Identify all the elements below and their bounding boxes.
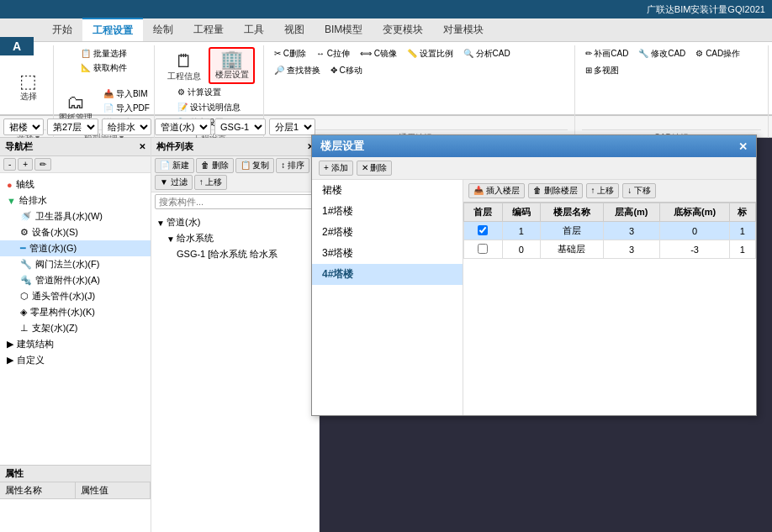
building-qunlou[interactable]: 裙楼 [312,180,463,201]
floor-settings-icon: 🏢 [220,50,243,69]
nav-item-pipe[interactable]: ━ 管道(水)(G) [0,240,151,256]
building-4tower[interactable]: 4#塔楼 [312,264,463,285]
nav-item-sanitary[interactable]: 🚿 卫生器具(水)(W) [0,208,151,224]
tab-tools[interactable]: 工具 [234,18,274,41]
comp-copy-btn[interactable]: 📋 复制 [235,158,275,173]
tab-bim[interactable]: BIM模型 [315,18,373,41]
add-floor-btn[interactable]: + 添加 [319,161,353,176]
batch-select-btn[interactable]: 📋 批量选择 [77,47,130,61]
split-cad-btn[interactable]: 🔍 分析CAD [460,47,514,61]
floor-settings-btn[interactable]: 🏢 楼层设置 [209,47,255,84]
col-code: 编码 [502,203,541,222]
tab-compare[interactable]: 对量模块 [433,18,494,41]
design-notes-btn[interactable]: 📝 设计说明信息 [174,101,244,114]
comp-item-pipe-water[interactable]: ▼ 管道(水) [151,214,319,230]
tab-quantities[interactable]: 工程量 [183,18,234,41]
system-select[interactable]: 给排水 [102,119,151,135]
nav-item-valve[interactable]: 🔧 阀门法兰(水)(F) [0,256,151,272]
floor-1-name[interactable]: 首层 [541,222,603,240]
pick-ref-btn[interactable]: 📐 获取构件 [77,61,130,75]
cad-ops-btn[interactable]: ⚙ CAD操作 [692,47,743,61]
floor-row-0[interactable]: 0 基础层 3 -3 1 [464,240,756,259]
layer-select[interactable]: 分层1 [269,119,315,135]
col-mark: 标 [729,203,755,222]
nav-collapse-btn[interactable]: - [3,158,16,171]
nav-header: 导航栏 ✕ [0,138,151,156]
project-info-btn[interactable]: 🗒 工程信息 [163,50,205,84]
nav-item-pipe-acc[interactable]: 🔩 管道附件(水)(A) [0,272,151,288]
move-down-btn[interactable]: ↓ 下移 [622,183,656,198]
floor-1-height[interactable]: 3 [603,222,660,240]
select-button[interactable]: ⬚ 选择 [12,71,45,104]
nav-expand-btn[interactable]: + [18,158,33,171]
tab-change[interactable]: 变更模块 [373,18,433,41]
modify-cad-btn[interactable]: 🔧 修改CAD [635,47,689,61]
nav-edit-btn[interactable]: ✏ [34,158,51,171]
building-3tower[interactable]: 3#塔楼 [312,243,463,264]
building-2tower[interactable]: 2#塔楼 [312,222,463,243]
comp-select[interactable]: GSG-1 [214,119,266,135]
nav-item-drainage[interactable]: ▼ 给排水 [0,192,151,208]
building-1tower[interactable]: 1#塔楼 [312,201,463,222]
comp-new-btn[interactable]: 📄 新建 [155,158,194,173]
comp-delete-btn[interactable]: 🗑 删除 [196,158,234,173]
dialog-title-bar: 楼层设置 ✕ [312,135,756,157]
find-replace-btn[interactable]: 🔎 查找替换 [271,64,324,77]
floor-0-checkbox[interactable] [464,240,503,259]
select-icon: ⬚ [19,72,37,91]
floor-1-checkbox[interactable] [464,222,503,240]
nav-item-axis[interactable]: ● 轴线 [0,176,151,192]
floor-0-name[interactable]: 基础层 [541,240,603,259]
tab-project-settings[interactable]: 工程设置 [82,18,143,41]
dialog-title-text: 楼层设置 [320,139,364,154]
tab-view[interactable]: 视图 [274,18,315,41]
props-title: 属性 [0,466,151,482]
import-bim-btn[interactable]: 📥 导入BIM [100,87,153,101]
comp-filter-btn[interactable]: ▼ 过滤 [155,175,193,190]
set-scale-btn[interactable]: 📏 设置比例 [404,47,457,61]
building-list: 裙楼 1#塔楼 2#塔楼 3#塔楼 4#塔楼 [312,180,463,415]
comp-item-gsg1[interactable]: GSG-1 [给水系统 给水系 [151,246,319,262]
floor-1-base[interactable]: 0 [660,222,729,240]
nav-tree: ● 轴线 ▼ 给排水 🚿 卫生器具(水)(W) ⚙ 设备(水)(S) ━ [0,173,151,465]
move-up-btn[interactable]: ↑ 上移 [586,183,620,198]
nav-item-fitting[interactable]: ⬡ 通头管件(水)(J) [0,288,151,304]
comp-item-water-supply[interactable]: ▼ 给水系统 [151,230,319,246]
nav-close[interactable]: ✕ [139,142,145,151]
nav-item-structure[interactable]: ▶ 建筑结构 [0,336,151,352]
floor-0-base[interactable]: -3 [660,240,729,259]
import-pdf-btn[interactable]: 📄 导入PDF [100,102,153,115]
floor-select[interactable]: 第27层 [47,119,98,135]
comp-panel: 构件列表 ✕ 📄 新建 🗑 删除 📋 复制 ↕ 排序 ▼ 过滤 ↑ 上移 ▼ 管… [151,138,320,532]
comp-up-btn[interactable]: ↑ 上移 [194,175,228,190]
c-delete-btn[interactable]: ✂ C删除 [271,47,309,61]
multiview-btn[interactable]: ⊞ 多视图 [582,64,623,77]
delete-floor-btn[interactable]: ✕ 删除 [357,161,393,176]
c-stretch-btn[interactable]: ↔ C拉伸 [313,47,353,61]
dialog-close-btn[interactable]: ✕ [738,140,748,153]
comp-tree: ▼ 管道(水) ▼ 给水系统 GSG-1 [给水系统 给水系 [151,211,319,532]
nav-item-equipment[interactable]: ⚙ 设备(水)(S) [0,224,151,240]
add-cad-btn[interactable]: ✏ 补画CAD [582,47,632,61]
comp-search-input[interactable] [155,194,322,209]
tab-draw[interactable]: 绘制 [143,18,183,41]
delete-floor-row-btn[interactable]: 🗑 删除楼层 [528,183,583,198]
tab-start[interactable]: 开始 [42,18,82,41]
floor-1-mark: 1 [729,222,755,240]
comp-sort-btn[interactable]: ↕ 排序 [276,158,309,173]
nav-item-misc[interactable]: ◈ 零星构件(水)(K) [0,304,151,320]
nav-item-custom[interactable]: ▶ 自定义 [0,352,151,368]
floor-1-code: 1 [502,222,541,240]
c-move-btn[interactable]: ✥ C移动 [327,64,366,77]
building-select[interactable]: 裙楼 [3,119,44,135]
insert-floor-btn[interactable]: 📥 插入楼层 [468,183,525,198]
calc-settings-btn[interactable]: ⚙ 计算设置 [174,86,225,99]
collapse-icon: ▼ [156,219,165,227]
c-mirror-btn[interactable]: ⟺ C镜像 [357,47,400,61]
props-panel: 属性 属性名称 属性值 [0,465,151,532]
pipe-select[interactable]: 管道(水) [155,119,211,135]
floor-row-1[interactable]: 1 首层 3 0 1 [464,222,756,240]
floor-0-height[interactable]: 3 [603,240,660,259]
nav-item-support[interactable]: ⊥ 支架(水)(Z) [0,320,151,336]
app-title: 广联达BIM安装计量GQI2021 [647,3,765,16]
